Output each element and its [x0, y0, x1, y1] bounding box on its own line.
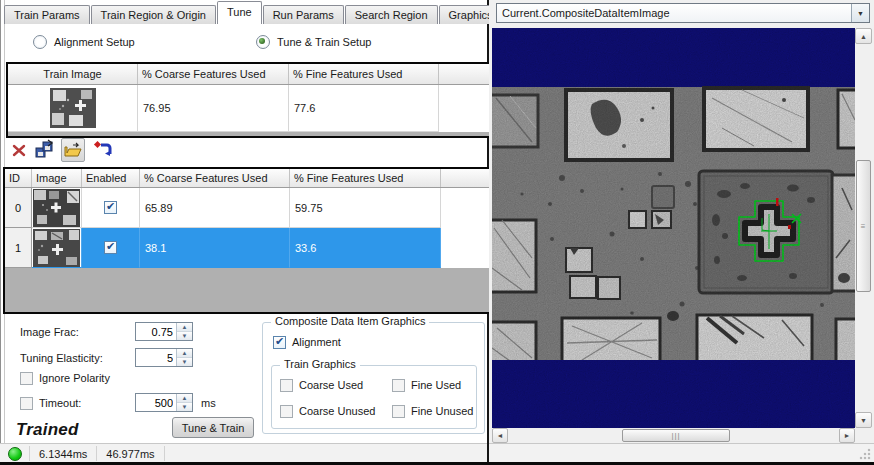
save-images-icon[interactable] [33, 138, 55, 160]
tune-train-setup-label: Tune & Train Setup [277, 36, 371, 48]
train-result-grid: Train Image % Coarse Features Used % Fin… [6, 62, 491, 138]
timeout-stepper[interactable]: ▲▼ [135, 393, 193, 412]
coarse-used-label: Coarse Used [299, 379, 363, 391]
image-frac-up[interactable]: ▲ [177, 323, 192, 332]
train-image-thumbnail [50, 88, 96, 128]
coarse-used-row: Coarse Used [280, 378, 363, 392]
timeout-label: Timeout: [39, 397, 81, 409]
train-coarse-value: 76.95 [138, 85, 289, 132]
train-graphics-group: Train Graphics Coarse Used Fine Used Coa… [271, 365, 477, 429]
row-1-fine-value: 33.6 [290, 228, 441, 268]
fine-used-label: Fine Used [411, 379, 461, 391]
alignment-setup-radio-circle[interactable] [33, 35, 47, 49]
column-header-id[interactable]: ID [5, 169, 32, 187]
coarse-unused-checkbox[interactable] [280, 405, 293, 418]
tune-train-setup-radio-circle[interactable] [256, 35, 270, 49]
alignment-graphic-label: Alignment [292, 336, 341, 348]
row-0-coarse-value: 65.89 [140, 188, 290, 228]
tune-train-setup-radio[interactable]: Tune & Train Setup [256, 35, 371, 49]
tuning-elasticity-stepper[interactable]: ▲▼ [135, 348, 193, 367]
train-graphics-group-title: Train Graphics [280, 358, 360, 370]
image-viewport[interactable] [492, 28, 855, 428]
train-fine-value: 77.6 [289, 85, 439, 132]
ignore-polarity-checkbox[interactable] [20, 372, 33, 385]
fine-unused-row: Fine Unused [392, 404, 473, 418]
row-1-enabled-checkbox[interactable] [104, 241, 117, 254]
row-0-thumbnail [33, 189, 80, 227]
coarse-unused-row: Coarse Unused [280, 404, 375, 418]
tuning-elasticity-up[interactable]: ▲ [177, 349, 192, 358]
column-header-coarse[interactable]: % Coarse Features Used [138, 64, 289, 84]
tab-tune[interactable]: Tune [217, 1, 262, 24]
tune-and-train-button[interactable]: Tune & Train [172, 417, 254, 438]
fine-used-row: Fine Used [392, 378, 461, 392]
row-0-id[interactable]: 0 [5, 188, 32, 228]
status-ok-icon [8, 447, 22, 461]
delete-icon[interactable] [8, 139, 30, 161]
image-source-value: Current.CompositeDataItemImage [497, 7, 851, 19]
row-1-enabled-cell [82, 228, 140, 268]
timeout-input[interactable] [136, 394, 176, 411]
horizontal-scrollbar-thumb[interactable]: ||| [622, 429, 730, 442]
alignment-setup-radio[interactable]: Alignment Setup [33, 35, 135, 49]
column-header-fine-used[interactable]: % Fine Features Used [290, 169, 441, 187]
composite-graphics-group-title: Composite Data Item Graphics [271, 315, 429, 327]
timeout-row: Timeout: [20, 396, 81, 410]
combo-dropdown-icon[interactable]: ▼ [851, 4, 869, 22]
composite-graphics-group: Composite Data Item Graphics Alignment T… [262, 322, 485, 434]
row-1-thumbnail [33, 229, 80, 267]
vertical-scrollbar[interactable]: ▲ ≡ ▼ [855, 28, 872, 428]
tuning-elasticity-down[interactable]: ▼ [177, 358, 192, 366]
row-0-image-cell [32, 188, 82, 228]
open-images-icon[interactable] [61, 138, 85, 162]
images-grid-row-1[interactable]: 1 38.1 33.6 [5, 228, 489, 268]
row-1-image-cell [32, 228, 82, 268]
coarse-unused-label: Coarse Unused [299, 405, 375, 417]
timing-status-bar: 6.1344ms 46.977ms [0, 443, 487, 463]
tuning-elasticity-input[interactable] [136, 349, 176, 366]
ignore-polarity-row: Ignore Polarity [20, 371, 110, 385]
ignore-polarity-label: Ignore Polarity [39, 372, 110, 384]
tab-strip: Train Params Train Region & Origin Tune … [4, 2, 561, 24]
scroll-down-icon[interactable]: ▼ [855, 412, 872, 428]
fine-unused-checkbox[interactable] [392, 405, 405, 418]
vertical-scrollbar-thumb[interactable]: ≡ [856, 160, 871, 292]
alignment-graphic-checkbox[interactable] [273, 336, 286, 349]
train-image-cell [8, 85, 138, 132]
column-header-image[interactable]: Image [32, 169, 82, 187]
tab-run-params[interactable]: Run Params [263, 5, 344, 24]
alignment-graphic-row: Alignment [273, 335, 341, 349]
timeout-down[interactable]: ▼ [177, 403, 192, 411]
fine-time-value: 46.977ms [98, 448, 162, 460]
train-result-row[interactable]: 76.95 77.6 [8, 85, 489, 132]
display-status-strip [489, 443, 874, 463]
timeout-up[interactable]: ▲ [177, 394, 192, 403]
column-header-coarse-used[interactable]: % Coarse Features Used [140, 169, 290, 187]
image-frac-stepper[interactable]: ▲▼ [135, 322, 193, 341]
image-frac-input[interactable] [136, 323, 176, 340]
timeout-checkbox[interactable] [20, 397, 33, 410]
images-grid-row-0[interactable]: 0 65.89 59.75 [5, 188, 489, 228]
row-1-id[interactable]: 1 [5, 228, 32, 268]
revert-icon[interactable] [92, 138, 114, 160]
fine-used-checkbox[interactable] [392, 379, 405, 392]
image-frac-down[interactable]: ▼ [177, 332, 192, 340]
images-grid: ID Image Enabled % Coarse Features Used … [3, 167, 491, 314]
tab-train-region-origin[interactable]: Train Region & Origin [91, 5, 216, 24]
image-source-select[interactable]: Current.CompositeDataItemImage ▼ [496, 3, 870, 23]
composite-data-item-image [492, 28, 855, 428]
row-0-fine-value: 59.75 [290, 188, 441, 228]
row-0-enabled-checkbox[interactable] [104, 201, 117, 214]
column-header-train-image[interactable]: Train Image [8, 64, 138, 84]
tab-train-params[interactable]: Train Params [4, 5, 90, 24]
column-header-fine[interactable]: % Fine Features Used [289, 64, 439, 84]
column-header-enabled[interactable]: Enabled [82, 169, 140, 187]
scroll-up-icon[interactable]: ▲ [855, 28, 872, 44]
scroll-left-icon[interactable]: ◄ [492, 428, 508, 443]
scroll-right-icon[interactable]: ► [839, 428, 855, 443]
coarse-used-checkbox[interactable] [280, 379, 293, 392]
image-frac-label: Image Frac: [20, 326, 79, 338]
tab-search-region[interactable]: Search Region [345, 5, 438, 24]
resize-grip[interactable] [859, 448, 871, 460]
horizontal-scrollbar[interactable]: ◄ ||| ► [492, 428, 855, 443]
